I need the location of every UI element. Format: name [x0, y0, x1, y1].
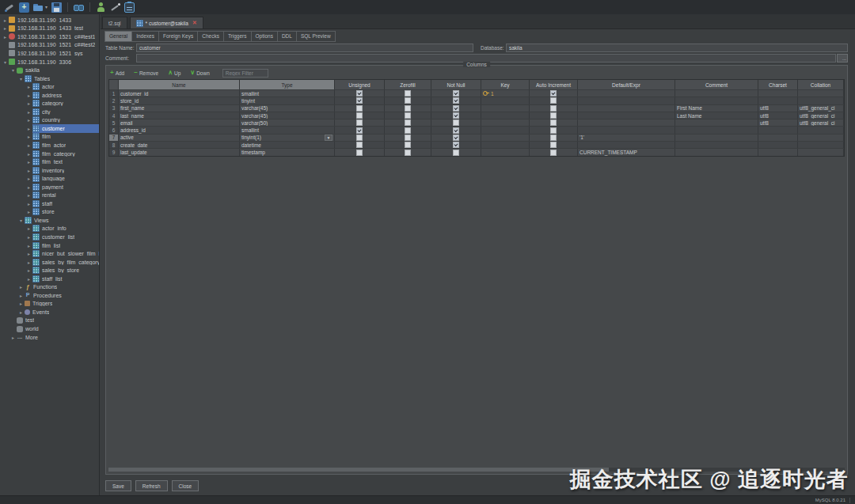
checkbox[interactable]	[405, 135, 411, 141]
collapsed-arrow-icon[interactable]: ▸	[25, 142, 32, 148]
unsigned-cell[interactable]	[335, 90, 385, 97]
grid-row-last_update[interactable]: 9last_updatetimestampCURRENT_TIMESTAMP	[109, 148, 844, 155]
column-header-key[interactable]: Key	[481, 80, 530, 89]
row-number-cell[interactable]: 7	[109, 135, 119, 141]
collapsed-arrow-icon[interactable]: ▸	[25, 260, 32, 265]
row-number-cell[interactable]: 2	[109, 97, 119, 104]
tree-item-address[interactable]: ▸address	[0, 91, 99, 100]
tab-indexes[interactable]: Indexes	[132, 31, 159, 42]
collapsed-arrow-icon[interactable]: ▸	[17, 309, 25, 315]
checkbox[interactable]	[405, 119, 411, 126]
name-cell[interactable]: first_name	[119, 105, 240, 112]
checkbox[interactable]	[550, 112, 557, 119]
regex-filter-input[interactable]	[222, 69, 268, 78]
refresh-button[interactable]: Refresh	[135, 480, 168, 491]
zerofill-cell[interactable]	[385, 119, 431, 126]
tab-ddl[interactable]: DDL	[278, 31, 297, 42]
charset-cell[interactable]	[758, 142, 798, 148]
collapsed-arrow-icon[interactable]: ▸	[25, 276, 32, 282]
tab-sql-preview[interactable]: SQL Preview	[297, 31, 336, 42]
tree-item-store[interactable]: ▸store	[0, 208, 99, 217]
collapsed-arrow-icon[interactable]: ▸	[25, 184, 32, 190]
name-cell[interactable]: last_name	[119, 112, 240, 119]
tree-item-192-168-31-190-1521-c-test2[interactable]: 192.168.31.190_1521_c##test2	[0, 41, 99, 50]
tree-item-192-168-31-190-1521-sys[interactable]: 192.168.31.190_1521_sys	[0, 49, 99, 58]
close-icon[interactable]: ✕	[192, 20, 197, 26]
expanded-arrow-icon[interactable]: ▾	[17, 218, 25, 223]
save-icon[interactable]	[51, 2, 62, 13]
charset-cell[interactable]: utf8	[758, 112, 798, 119]
zerofill-cell[interactable]	[385, 90, 431, 97]
default-expr-cell[interactable]: '1'	[578, 135, 675, 141]
tree-item-actor-info[interactable]: ▸actor_info	[0, 225, 99, 233]
tree-item-nicer-but-slower-film-list[interactable]: ▸nicer_but_slower_film_list	[0, 249, 99, 258]
checkbox-checked[interactable]	[453, 97, 459, 104]
collapsed-arrow-icon[interactable]: ▸	[25, 117, 32, 123]
unsigned-cell[interactable]	[335, 97, 385, 104]
collapsed-arrow-icon[interactable]: ▸	[25, 201, 32, 207]
tree-item-film[interactable]: ▸film	[0, 133, 99, 142]
collapsed-arrow-icon[interactable]: ▸	[25, 134, 32, 139]
auto-increment-cell[interactable]	[530, 142, 578, 148]
tree-item-customer[interactable]: ▸customer	[0, 124, 99, 133]
charset-cell[interactable]: utf8	[758, 105, 798, 112]
checkbox[interactable]	[356, 119, 363, 126]
expanded-arrow-icon[interactable]: ▾	[2, 59, 9, 65]
column-header-collation[interactable]: Collation	[798, 80, 844, 89]
collapsed-arrow-icon[interactable]: ▸	[17, 284, 25, 290]
not-null-cell[interactable]	[431, 149, 481, 155]
collapsed-arrow-icon[interactable]: ▸	[2, 25, 9, 31]
checkbox[interactable]	[550, 135, 557, 141]
checkbox[interactable]	[356, 135, 363, 141]
tree-item-film-list[interactable]: ▸film_list	[0, 241, 99, 250]
row-number-cell[interactable]: 6	[109, 127, 119, 133]
editor-tab-customer-sakila[interactable]: * customer@sakila✕	[130, 17, 203, 28]
not-null-cell[interactable]	[431, 127, 481, 133]
tree-item-staff-list[interactable]: ▸staff_list	[0, 275, 99, 283]
row-number-cell[interactable]: 4	[109, 112, 119, 119]
collapsed-arrow-icon[interactable]: ▸	[10, 335, 17, 340]
column-header-type[interactable]: Type	[240, 80, 335, 89]
move-up-button[interactable]: ∧ Up	[168, 70, 180, 76]
open-folder-icon[interactable]	[33, 2, 44, 13]
name-cell[interactable]: address_id	[119, 127, 240, 133]
key-cell[interactable]	[481, 119, 530, 126]
collapsed-arrow-icon[interactable]: ▸	[25, 168, 32, 173]
tree-item-192-168-31-190-3306[interactable]: ▾192.168.31.190_3306	[0, 58, 99, 66]
key-cell[interactable]	[481, 149, 530, 155]
type-cell[interactable]: smallint	[240, 90, 335, 97]
zerofill-cell[interactable]	[385, 105, 431, 112]
tree-item-customer-list[interactable]: ▸customer_list	[0, 233, 99, 241]
collapsed-arrow-icon[interactable]: ▸	[25, 251, 32, 256]
unsigned-cell[interactable]	[335, 119, 385, 126]
tree-item-inventory[interactable]: ▸inventory	[0, 166, 99, 175]
column-header-row-number[interactable]	[109, 80, 119, 89]
find-icon[interactable]	[74, 2, 84, 13]
default-expr-cell[interactable]: CURRENT_TIMESTAMP	[578, 149, 675, 155]
checkbox-checked[interactable]	[356, 90, 363, 97]
clipboard-icon[interactable]	[124, 2, 135, 13]
tree-item-test[interactable]: test	[0, 316, 99, 325]
column-header-name[interactable]: Name	[119, 80, 240, 89]
default-expr-cell[interactable]	[578, 127, 675, 133]
add-column-button[interactable]: + Add	[110, 70, 124, 76]
key-cell[interactable]	[481, 127, 530, 133]
charset-cell[interactable]	[758, 90, 798, 97]
tree-item-functions[interactable]: ▸ƒFunctions	[0, 283, 99, 292]
new-connection-icon[interactable]	[19, 2, 29, 13]
name-cell[interactable]: last_update	[119, 149, 240, 155]
grid-row-create_date[interactable]: 8create_datedatetime	[109, 141, 844, 148]
tree-item-sales-by-film-category[interactable]: ▸sales_by_film_category	[0, 258, 99, 267]
expanded-arrow-icon[interactable]: ▾	[10, 67, 17, 73]
checkbox[interactable]	[405, 97, 411, 104]
default-expr-cell[interactable]	[578, 142, 675, 148]
grid-row-email[interactable]: 5emailvarchar(50)utf8utf8_general_ci	[109, 119, 844, 126]
comment-cell[interactable]	[675, 149, 758, 155]
name-cell[interactable]: customer_id	[119, 90, 240, 97]
scrollbar-thumb[interactable]	[108, 468, 609, 472]
tree-item-country[interactable]: ▸country	[0, 116, 99, 125]
columns-grid[interactable]: NameTypeUnsignedZerofillNot NullKeyAuto …	[108, 79, 845, 157]
horizontal-scrollbar[interactable]	[108, 468, 845, 472]
tree-item-more[interactable]: ▸...More	[0, 333, 99, 342]
column-header-zerofill[interactable]: Zerofill	[385, 80, 431, 89]
